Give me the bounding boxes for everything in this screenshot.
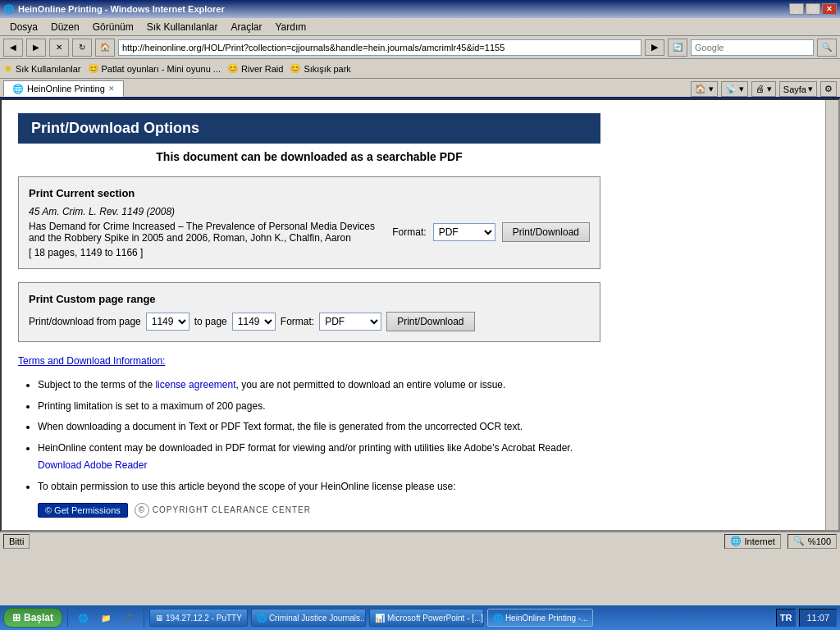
- fav-emoji-2: 😊: [227, 63, 239, 74]
- doc-pages: [ 18 pages, 1149 to 1166 ]: [29, 247, 379, 258]
- menu-bar: Dosya Düzen Görünüm Sık Kullanılanlar Ar…: [0, 18, 840, 36]
- current-print-btn[interactable]: Print/Download: [502, 222, 590, 242]
- refresh-btn2[interactable]: 🔄: [668, 39, 687, 57]
- menu-edit[interactable]: Düzen: [44, 20, 86, 34]
- status-text: Bitti: [3, 534, 30, 549]
- terms-item-1: Subject to the terms of the license agre…: [38, 377, 600, 395]
- current-section-controls: Format: PDF Text PDF Text Print/Download: [392, 222, 590, 242]
- custom-format-label: Format:: [281, 316, 314, 327]
- fav-label-3: Sıkışık park: [304, 64, 350, 74]
- star-icon: ★: [3, 62, 13, 75]
- fav-item-2[interactable]: 😊 River Raid: [227, 63, 283, 74]
- to-page-select[interactable]: 1149115011511152 1153115411551156 115711…: [232, 313, 276, 331]
- fav-label-2: River Raid: [241, 64, 283, 74]
- menu-favorites[interactable]: Sık Kullanılanlar: [140, 20, 225, 34]
- terms-item-2: Printing limitation is set to a maximum …: [38, 398, 600, 416]
- home-btn[interactable]: 🏠: [95, 39, 115, 57]
- from-label: Print/download from page: [29, 316, 141, 327]
- address-input[interactable]: [118, 39, 641, 56]
- fav-emoji-1: 😊: [88, 63, 99, 74]
- go-btn[interactable]: ▶: [645, 39, 664, 56]
- title-bar-controls: _ □ ✕: [789, 3, 837, 15]
- search-go-btn[interactable]: 🔍: [817, 39, 837, 57]
- copyright-c: ©: [45, 505, 52, 515]
- close-btn[interactable]: ✕: [822, 3, 837, 15]
- terms-item-3: When downloading a document in Text or P…: [38, 418, 600, 436]
- tools-toolbar-btn[interactable]: ⚙: [820, 81, 837, 97]
- address-bar: ◀ ▶ ✕ ↻ 🏠 ▶ 🔄 🔍: [0, 36, 840, 59]
- scrollbar[interactable]: [825, 100, 838, 530]
- menu-view[interactable]: Görünüm: [86, 20, 140, 34]
- current-format-label: Format:: [392, 226, 426, 238]
- perms-row: © Get Permissions © Copyright Clearance …: [38, 503, 600, 518]
- favorites-link[interactable]: ★ Sık Kullanılanlar: [3, 62, 81, 75]
- zoom-label: %100: [808, 536, 831, 546]
- window-title: HeinOnline Printing - Windows Internet E…: [18, 4, 225, 14]
- minimize-btn[interactable]: _: [789, 3, 804, 15]
- terms-list: Subject to the terms of the license agre…: [18, 377, 600, 518]
- print-toolbar-btn[interactable]: 🖨 ▾: [751, 81, 776, 97]
- page-toolbar-btn[interactable]: Sayfa ▾: [779, 81, 817, 97]
- forward-btn[interactable]: ▶: [26, 39, 46, 57]
- current-section-title: Print Current section: [29, 187, 590, 199]
- tab-label: HeinOnline Printing: [27, 84, 105, 94]
- custom-format-select[interactable]: PDF Text PDF Text: [319, 313, 381, 331]
- fav-item-3[interactable]: 😊 Sıkışık park: [290, 63, 350, 74]
- zone-indicator: 🌐 Internet: [724, 534, 781, 549]
- current-section-box: Print Current section 45 Am. Crim. L. Re…: [18, 176, 600, 269]
- page-content: Print/Download Options This document can…: [2, 100, 617, 532]
- page-label: Sayfa: [783, 84, 806, 94]
- get-permissions-btn[interactable]: © Get Permissions: [38, 503, 128, 518]
- current-section-text: 45 Am. Crim. L. Rev. 1149 (2008) Has Dem…: [29, 206, 379, 258]
- fav-label-1: Patlat oyunları - Mini oyunu ...: [102, 64, 221, 74]
- home-toolbar-btn[interactable]: 🏠 ▾: [691, 81, 718, 97]
- get-perms-label: Get Permissions: [54, 505, 121, 515]
- menu-tools[interactable]: Araçlar: [224, 20, 268, 34]
- fav-item-1[interactable]: 😊 Patlat oyunları - Mini oyunu ...: [88, 63, 221, 74]
- back-btn[interactable]: ◀: [3, 39, 23, 57]
- zoom-icon: 🔍: [793, 536, 805, 546]
- refresh-btn[interactable]: ↻: [72, 39, 92, 57]
- fav-emoji-3: 😊: [290, 63, 301, 74]
- terms-item-5: To obtain permission to use this article…: [38, 478, 600, 518]
- zoom-level: 🔍 %100: [788, 534, 837, 549]
- zone-label: Internet: [745, 536, 775, 546]
- zone-icon: 🌐: [730, 536, 742, 546]
- copyright-clearance-logo: © Copyright Clearance Center: [135, 503, 311, 518]
- custom-range-box: Print Custom page range Print/download f…: [18, 282, 600, 342]
- custom-range-row: Print/download from page 114911501151115…: [29, 312, 590, 331]
- to-label: to page: [194, 316, 227, 327]
- terms-section: Terms and Download Information: Subject …: [18, 355, 600, 518]
- feeds-toolbar-btn[interactable]: 📡 ▾: [721, 81, 748, 97]
- doc-citation: 45 Am. Crim. L. Rev. 1149 (2008): [29, 206, 379, 217]
- maximize-btn[interactable]: □: [806, 3, 820, 15]
- menu-help[interactable]: Yardım: [268, 20, 313, 34]
- copyright-clearance-text: Copyright Clearance Center: [153, 503, 311, 518]
- favorites-bar: ★ Sık Kullanılanlar 😊 Patlat oyunları - …: [0, 59, 840, 79]
- tab-close-btn[interactable]: ✕: [108, 84, 115, 93]
- from-page-select[interactable]: 1149115011511152 1153115411551156 115711…: [146, 313, 189, 331]
- title-bar: 🌐 HeinOnline Printing - Windows Internet…: [0, 0, 840, 18]
- tab-heinonline[interactable]: 🌐 HeinOnline Printing ✕: [3, 80, 124, 97]
- subtitle: This document can be downloaded as a sea…: [18, 150, 600, 163]
- license-agreement-link[interactable]: license agreement: [155, 379, 235, 390]
- search-input[interactable]: [691, 39, 814, 56]
- tab-icon: 🌐: [12, 84, 24, 94]
- browser-area: Print/Download Options This document can…: [0, 98, 840, 532]
- cc-circle-icon: ©: [135, 503, 149, 518]
- current-format-select[interactable]: PDF Text PDF Text: [433, 223, 495, 241]
- doc-description: Has Demand for Crime Increased – The Pre…: [29, 221, 379, 244]
- status-bar: Bitti 🌐 Internet 🔍 %100: [0, 532, 840, 550]
- tab-bar: 🌐 HeinOnline Printing ✕ 🏠 ▾ 📡 ▾ 🖨 ▾ Sayf…: [0, 79, 840, 98]
- custom-range-title: Print Custom page range: [29, 293, 590, 305]
- current-section-row: 45 Am. Crim. L. Rev. 1149 (2008) Has Dem…: [29, 206, 590, 258]
- favorites-label: Sık Kullanılanlar: [16, 64, 81, 74]
- page-title-box: Print/Download Options: [18, 113, 600, 144]
- menu-file[interactable]: Dosya: [3, 20, 44, 34]
- page-title: Print/Download Options: [31, 120, 199, 136]
- terms-link[interactable]: Terms and Download Information:: [18, 355, 600, 367]
- custom-print-btn[interactable]: Print/Download: [386, 312, 474, 331]
- stop-btn[interactable]: ✕: [49, 39, 69, 57]
- adobe-reader-link[interactable]: Download Adobe Reader: [38, 459, 147, 471]
- terms-item-4: HeinOnline content may be downloaded in …: [38, 440, 600, 475]
